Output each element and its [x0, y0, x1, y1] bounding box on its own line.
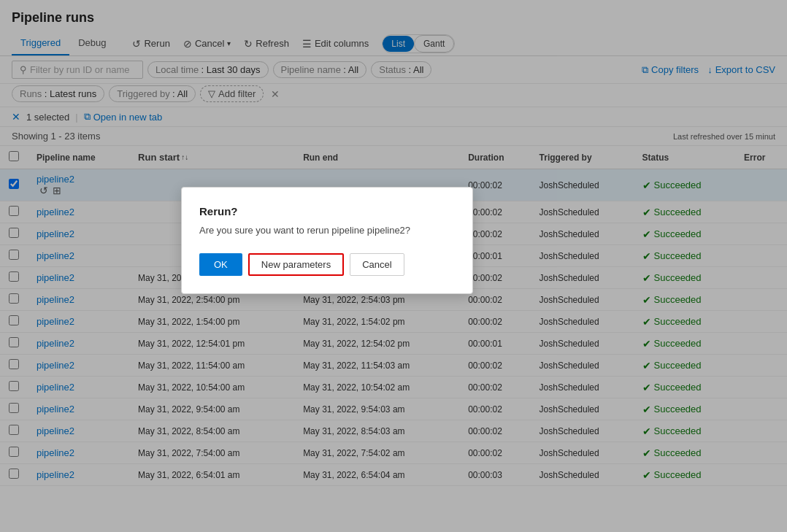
row-checkbox[interactable] — [9, 425, 19, 435]
status-cell: ✔Succeeded — [634, 333, 736, 355]
success-icon: ✔ — [642, 447, 651, 459]
clear-filters-icon[interactable]: ✕ — [271, 88, 280, 100]
row-checkbox[interactable] — [9, 206, 19, 216]
triggered-by-cell: JoshScheduled — [531, 245, 634, 267]
runs-filter-pill[interactable]: Runs : Latest runs — [12, 85, 104, 102]
success-icon: ✔ — [642, 360, 651, 371]
row-checkbox[interactable] — [9, 381, 19, 391]
time-filter-pill[interactable]: Local time : Last 30 days — [147, 61, 269, 78]
run-start-cell: May 31, 2022, 6:54:01 am — [129, 464, 294, 486]
duration-cell: 00:00:02 — [459, 398, 530, 420]
gantt-view-button[interactable]: Gantt — [414, 35, 454, 53]
status-filter-pill[interactable]: Status : All — [371, 61, 431, 78]
status-cell: ✔Succeeded — [634, 223, 736, 245]
triggered-by-cell: JoshScheduled — [531, 398, 634, 420]
edit-columns-button[interactable]: ☰ Edit columns — [296, 35, 375, 53]
deselect-icon[interactable]: ✕ — [12, 111, 20, 123]
pipeline-name-link[interactable]: pipeline2 — [37, 382, 74, 393]
table-row: pipeline2May 31, 2022, 10:54:00 amMay 31… — [0, 377, 787, 398]
error-cell — [735, 442, 787, 464]
modal-title: Rerun? — [199, 205, 455, 217]
tab-bar: Triggered Debug ↺ Rerun ⊘ Cancel ▾ ↻ Ref… — [0, 31, 787, 56]
error-cell — [735, 169, 787, 201]
cancel-button[interactable]: ⊘ Cancel ▾ — [177, 35, 237, 53]
modal-new-params-button[interactable]: New parameters — [248, 253, 344, 276]
success-icon: ✔ — [642, 294, 651, 306]
row-checkbox[interactable] — [9, 469, 19, 479]
pipeline-name-link[interactable]: pipeline2 — [37, 272, 74, 283]
run-end-cell: May 31, 2022, 10:54:02 am — [294, 377, 459, 398]
status-text: Succeeded — [654, 316, 702, 327]
pipeline-filter-pill[interactable]: Pipeline name : All — [273, 61, 367, 78]
pipeline-name-link[interactable]: pipeline2 — [37, 294, 74, 305]
triggered-by-filter-pill[interactable]: Triggered by : All — [109, 85, 196, 102]
row-checkbox[interactable] — [9, 179, 19, 189]
triggered-by-cell: JoshScheduled — [531, 201, 634, 223]
filter-icon: ⚲ — [20, 64, 27, 75]
error-cell — [735, 223, 787, 245]
triggered-by-cell: JoshScheduled — [531, 267, 634, 289]
success-icon: ✔ — [642, 316, 651, 328]
add-filter-button[interactable]: ▽ Add filter — [200, 85, 264, 102]
pipeline-name-link[interactable]: pipeline2 — [37, 228, 74, 239]
status-text: Succeeded — [654, 180, 702, 190]
pipeline-name-link[interactable]: pipeline2 — [37, 447, 74, 458]
status-cell: ✔Succeeded — [634, 169, 736, 201]
rerun-icon: ↺ — [132, 38, 141, 50]
export-icon: ↓ — [707, 64, 713, 75]
tab-debug[interactable]: Debug — [69, 31, 115, 55]
pipeline-name-link[interactable]: pipeline2 — [37, 425, 74, 436]
row-checkbox[interactable] — [9, 315, 19, 325]
row-checkbox[interactable] — [9, 447, 19, 457]
table-row: pipeline2May 31, 2022, 7:54:00 amMay 31,… — [0, 442, 787, 464]
tab-triggered[interactable]: Triggered — [12, 31, 69, 55]
run-start-cell: May 31, 2022, 9:54:00 am — [129, 398, 294, 420]
row-checkbox[interactable] — [9, 337, 19, 347]
rerun-button[interactable]: ↺ Rerun — [126, 35, 175, 53]
pipeline-name-link[interactable]: pipeline2 — [37, 207, 74, 217]
pipeline-name-link[interactable]: pipeline2 — [37, 360, 74, 371]
rerun-row-icon[interactable]: ↺ — [39, 185, 48, 196]
status-cell: ✔Succeeded — [634, 377, 736, 398]
list-view-button[interactable]: List — [383, 36, 414, 52]
pipeline-name-link[interactable]: pipeline2 — [37, 469, 74, 480]
pipeline-name-link[interactable]: pipeline2 — [37, 250, 74, 261]
search-input[interactable]: ⚲ Filter by run ID or name — [12, 61, 143, 79]
modal-actions: OK New parameters Cancel — [199, 253, 455, 276]
row-checkbox[interactable] — [9, 228, 19, 238]
filter-bar-2: Runs : Latest runs Triggered by : All ▽ … — [0, 84, 787, 107]
showing-label: Showing 1 - 23 items — [12, 131, 100, 142]
pipeline-name-link[interactable]: pipeline2 — [37, 174, 74, 185]
table-row: pipeline2May 31, 2022, 12:54:01 pmMay 31… — [0, 333, 787, 355]
pipeline-name-header: Pipeline name — [28, 146, 129, 169]
status-text: Succeeded — [654, 228, 702, 239]
table-row: pipeline2May 31, 2022, 8:54:00 amMay 31,… — [0, 420, 787, 442]
row-checkbox[interactable] — [9, 250, 19, 260]
run-start-header[interactable]: Run start ↑↓ — [129, 146, 294, 169]
refresh-button[interactable]: ↻ Refresh — [238, 35, 295, 53]
status-cell: ✔Succeeded — [634, 289, 736, 311]
row-checkbox[interactable] — [9, 293, 19, 304]
cancel-icon: ⊘ — [183, 38, 192, 50]
run-end-cell: May 31, 2022, 8:54:03 am — [294, 420, 459, 442]
run-end-cell: May 31, 2022, 12:54:02 pm — [294, 333, 459, 355]
export-csv-link[interactable]: ↓ Export to CSV — [707, 64, 775, 75]
view-row-icon[interactable]: ⊞ — [53, 185, 61, 196]
select-all-header[interactable] — [0, 146, 28, 169]
copy-filters-link[interactable]: ⧉ Copy filters — [642, 64, 699, 76]
open-new-tab-link[interactable]: ⧉ Open in new tab — [84, 111, 163, 123]
modal-ok-button[interactable]: OK — [199, 253, 242, 276]
modal-cancel-button[interactable]: Cancel — [350, 253, 404, 276]
row-checkbox[interactable] — [9, 403, 19, 413]
select-all-checkbox[interactable] — [9, 151, 19, 161]
modal-body: Are you sure you want to rerun pipeline … — [199, 225, 455, 236]
search-placeholder: Filter by run ID or name — [30, 64, 130, 75]
status-text: Succeeded — [654, 425, 702, 436]
funnel-icon: ▽ — [208, 88, 215, 99]
row-checkbox[interactable] — [9, 359, 19, 369]
pipeline-name-link[interactable]: pipeline2 — [37, 404, 74, 415]
last-refreshed-label: Last refreshed over 15 minut — [673, 132, 775, 141]
row-checkbox[interactable] — [9, 271, 19, 282]
pipeline-name-link[interactable]: pipeline2 — [37, 338, 74, 349]
pipeline-name-link[interactable]: pipeline2 — [37, 316, 74, 327]
